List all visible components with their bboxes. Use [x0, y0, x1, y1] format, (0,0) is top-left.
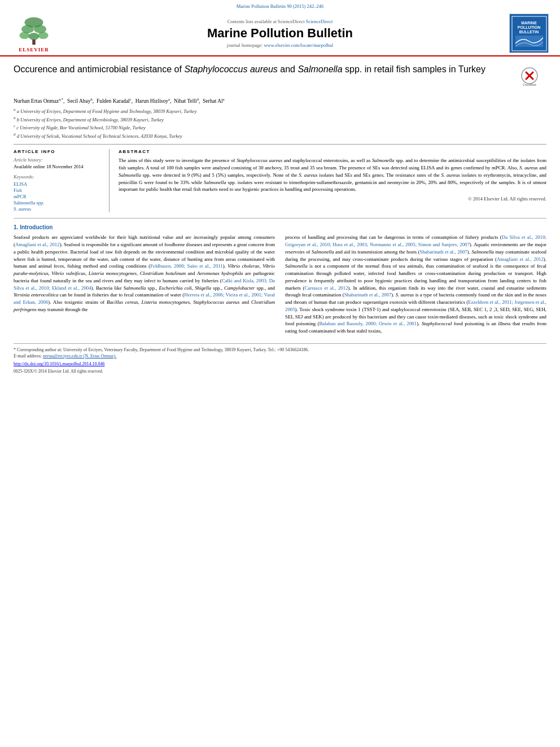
crossmark-icon: CrossMark — [518, 65, 541, 88]
footnote-email: E-mail address: nertas@erciyes.edu.tr (N… — [14, 353, 546, 359]
affiliation-item: b b University of Erciyes, Department of… — [14, 115, 546, 124]
keyword-item[interactable]: S. aureus — [14, 206, 102, 212]
ref-link[interactable]: Balaban and Rasooly, 2000; Orwin et al.,… — [319, 321, 417, 326]
introduction-title: 1. Introduction — [14, 224, 546, 230]
keyword-item[interactable]: ELISA — [14, 181, 102, 187]
article-title: Occurence and antimicrobial resistance o… — [14, 63, 507, 76]
section-divider — [14, 218, 546, 219]
journal-header-row: ELSEVIER Contents lists available at Sci… — [11, 11, 549, 55]
svg-rect-7 — [32, 40, 36, 45]
sciencedirect-line: Contents lists available at ScienceDirec… — [56, 19, 504, 24]
intro-paragraph: process of handling and processing that … — [285, 234, 546, 335]
svg-point-4 — [19, 32, 29, 39]
intro-col-left: Seafood products are appreciated worldwi… — [14, 234, 275, 338]
abstract-col: ABSTRACT The aims of this study were to … — [119, 149, 546, 212]
article-history-label: Article history: — [14, 157, 102, 163]
footnote-section: * Corresponding author at: University of… — [14, 343, 546, 374]
ref-link[interactable]: Amagliani et al., 2012 — [497, 256, 544, 262]
affiliation-list: a a University of Erciyes, Department of… — [14, 107, 546, 139]
doi-line[interactable]: http://dx.doi.org/10.1016/j.marpolbul.20… — [14, 361, 546, 367]
article-info-heading: ARTICLE INFO — [14, 149, 102, 154]
ref-link[interactable]: Da Silva et al., 2010; Grigoryan et al.,… — [285, 234, 546, 247]
keywords-label: Keywords: — [14, 174, 102, 180]
affiliation-item: d d University of Selcuk, Vocational Sch… — [14, 132, 546, 140]
issn-copyright: 0025-326X/© 2014 Elsevier Ltd. All right… — [14, 369, 546, 375]
journal-right-logo: MARINE POLLUTION BULLETIN — [504, 14, 549, 53]
article-info-col: ARTICLE INFO Article history: Available … — [14, 149, 110, 212]
keyword-item[interactable]: mPCR — [14, 194, 102, 199]
ref-link[interactable]: Carrasco et al., 2012 — [304, 285, 348, 291]
doi-link[interactable]: http://dx.doi.org/10.1016/j.marpolbul.20… — [14, 361, 104, 366]
author-name: Nurhan Ertas Onmaz — [14, 98, 59, 104]
article-title-text: Occurence and antimicrobial resistance o… — [14, 63, 518, 76]
mpb-journal-cover-icon: MARINE POLLUTION BULLETIN — [511, 15, 548, 52]
journal-header: Marine Pollution Bulletin 90 (2015) 242–… — [0, 0, 560, 56]
affiliation-item: c c University of Nigde, Bor Vocational … — [14, 123, 546, 132]
svg-text:POLLUTION: POLLUTION — [517, 25, 540, 29]
svg-text:MARINE: MARINE — [521, 21, 537, 25]
homepage-url[interactable]: www.elsevier.com/locate/marpolbul — [264, 42, 333, 48]
journal-title-center: Contents lists available at ScienceDirec… — [56, 19, 504, 48]
ref-link[interactable]: Shabarinath et al., 2007 — [420, 249, 467, 255]
keywords-section: Keywords: ELISA Fish mPCR Salmonella spp… — [14, 174, 102, 212]
article-title-section: Occurence and antimicrobial resistance o… — [14, 63, 546, 93]
elsevier-tree-icon — [17, 15, 51, 46]
keyword-item[interactable]: Fish — [14, 187, 102, 193]
homepage-line: journal homepage: www.elsevier.com/locat… — [56, 42, 504, 48]
author-name: Secil Abay — [67, 98, 90, 104]
author-name: Serhat Al — [203, 98, 223, 104]
elsevier-brand-label: ELSEVIER — [19, 47, 49, 53]
elsevier-logo: ELSEVIER — [11, 15, 56, 53]
footnote-email-link[interactable]: nertas@erciyes.edu.tr (N. Ertas Onmaz). — [43, 353, 116, 359]
svg-point-6 — [29, 33, 39, 40]
svg-text:CrossMark: CrossMark — [523, 83, 537, 86]
introduction-section: 1. Introduction Seafood products are app… — [14, 224, 546, 338]
mpb-logo-box: MARINE POLLUTION BULLETIN — [509, 14, 549, 53]
article-available-date: Available online 18 November 2014 — [14, 164, 102, 169]
crossmark-badge[interactable]: CrossMark — [518, 63, 546, 88]
ref-link[interactable]: Ezzeldeen et al., 2011; Jorgensen et al.… — [285, 299, 546, 312]
journal-meta-line: Marine Pollution Bulletin 90 (2015) 242–… — [11, 3, 549, 9]
svg-point-5 — [38, 32, 48, 39]
ref-link[interactable]: Amagliani et al., 2012 — [15, 242, 60, 247]
intro-col-right: process of handling and processing that … — [285, 234, 546, 338]
copyright-line: © 2014 Elsevier Ltd. All rights reserved… — [119, 196, 546, 202]
abstract-text: The aims of this study were to investiga… — [119, 157, 546, 193]
main-content: Occurence and antimicrobial resistance o… — [0, 56, 560, 380]
journal-title: Marine Pollution Bulletin — [56, 26, 504, 41]
keyword-item[interactable]: Salmonella spp. — [14, 200, 102, 206]
introduction-body: Seafood products are appreciated worldwi… — [14, 234, 546, 338]
author-name: Harun Hizlisoy — [135, 98, 168, 104]
intro-paragraph: Seafood products are appreciated worldwi… — [14, 234, 275, 313]
ref-link[interactable]: Feldhusen, 2000; Saito et al., 2011 — [150, 263, 223, 269]
sciencedirect-link[interactable]: ScienceDirect — [306, 19, 333, 24]
svg-text:BULLETIN: BULLETIN — [519, 30, 539, 34]
authors-line: Nurhan Ertas Onmaza,*, Secil Abayb, Fuld… — [14, 97, 546, 104]
footnote-asterisk: * Corresponding author at: University of… — [14, 347, 546, 353]
abstract-heading: ABSTRACT — [119, 149, 546, 154]
author-name: Nihat Telli — [174, 98, 197, 104]
footnote-text: * Corresponding author at: University of… — [14, 347, 309, 352]
author-name: Fulden Karadal — [97, 98, 130, 104]
article-info-abstract-section: ARTICLE INFO Article history: Available … — [14, 144, 546, 212]
ref-link[interactable]: Shabarinath et al., 2007 — [344, 292, 392, 298]
affiliation-item: a a University of Erciyes, Department of… — [14, 107, 546, 115]
